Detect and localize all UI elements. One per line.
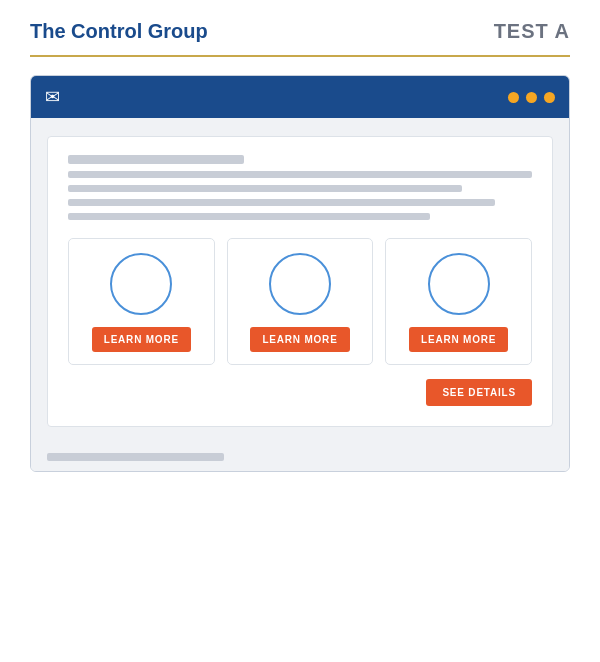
dot-3	[544, 92, 555, 103]
dot-1	[508, 92, 519, 103]
card-1-circle	[110, 253, 172, 315]
page-header: The Control Group TEST A	[30, 20, 570, 57]
card-3-circle	[428, 253, 490, 315]
card-1-learn-more-button[interactable]: LEARN MORE	[92, 327, 191, 352]
browser-content: LEARN MORE LEARN MORE LEARN MORE SEE DET…	[31, 118, 569, 443]
card-2-learn-more-button[interactable]: LEARN MORE	[250, 327, 349, 352]
card-2-circle	[269, 253, 331, 315]
see-details-row: SEE DETAILS	[68, 379, 532, 406]
card-3-learn-more-button[interactable]: LEARN MORE	[409, 327, 508, 352]
dot-2	[526, 92, 537, 103]
header-title: The Control Group	[30, 20, 208, 43]
bottombar-line	[47, 453, 224, 461]
card-2: LEARN MORE	[227, 238, 374, 365]
text-line-2	[68, 185, 462, 192]
browser-topbar: ✉	[31, 76, 569, 118]
email-icon: ✉	[45, 86, 60, 108]
text-line-4	[68, 213, 430, 220]
text-line-3	[68, 199, 495, 206]
email-body: LEARN MORE LEARN MORE LEARN MORE SEE DET…	[47, 136, 553, 427]
card-1: LEARN MORE	[68, 238, 215, 365]
header-test-label: TEST A	[494, 20, 570, 43]
browser-mockup: ✉ LEARN MORE	[30, 75, 570, 472]
text-line-short	[68, 155, 244, 164]
see-details-button[interactable]: SEE DETAILS	[426, 379, 532, 406]
cards-row: LEARN MORE LEARN MORE LEARN MORE	[68, 238, 532, 365]
browser-bottombar	[31, 443, 569, 471]
text-line-1	[68, 171, 532, 178]
card-3: LEARN MORE	[385, 238, 532, 365]
placeholder-lines	[68, 155, 532, 220]
browser-dots	[508, 92, 555, 103]
